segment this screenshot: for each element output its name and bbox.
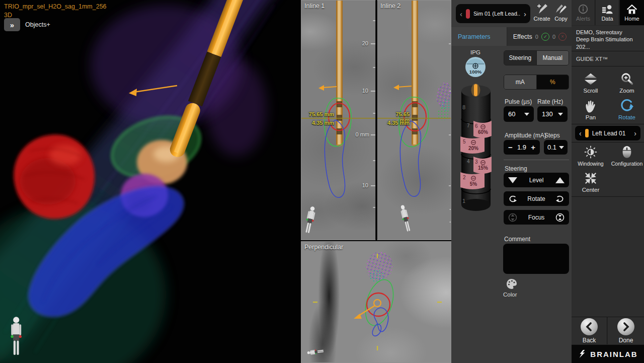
chevron-down-icon	[558, 113, 563, 116]
level-down-button[interactable]	[508, 177, 517, 183]
ruler-label-neg10: 10	[362, 182, 368, 188]
windowing-icon	[584, 145, 598, 159]
tool-scroll[interactable]: Scroll	[573, 72, 609, 94]
fiber-dots-green	[438, 107, 449, 120]
data-button[interactable]: Data	[596, 0, 619, 25]
percent-unit-button[interactable]: %	[537, 75, 569, 89]
focus-spread-icon[interactable]	[508, 213, 517, 222]
tool-windowing[interactable]: Windowing	[573, 145, 609, 167]
3d-scene	[0, 0, 300, 363]
effects-fail-count: 0	[552, 34, 555, 40]
back-chevron-icon	[581, 318, 598, 335]
ring-20[interactable]: 5 20%	[460, 136, 485, 154]
tab-effects[interactable]: Effects 0 ✓ 0 ×	[507, 27, 572, 46]
tool-configuration[interactable]: Configuration	[609, 145, 644, 167]
rotate-icon	[619, 99, 634, 113]
sim-prev-icon[interactable]: ‹	[460, 10, 462, 18]
sim-lead-pill-icon	[466, 9, 470, 19]
chevron-down-icon	[524, 113, 529, 116]
steering-mode-button[interactable]: Steering	[504, 51, 537, 65]
orientation-figure-perpendicular	[307, 348, 324, 355]
steering-focus-control: Focus	[504, 210, 569, 225]
amplitude-increase-button[interactable]: +	[531, 143, 535, 152]
level-up-button[interactable]	[555, 177, 565, 183]
ipg-percent: 100%	[469, 69, 482, 75]
ruler-label-10: 10	[362, 88, 368, 94]
ruler-label-20: 20	[362, 40, 368, 46]
tool-center[interactable]: Center	[573, 171, 609, 193]
svg-text:60%: 60%	[478, 129, 488, 135]
amplitude-label: Amplitude (mA)	[505, 132, 546, 139]
svg-text:6: 6	[475, 123, 478, 129]
objects-label: Objects+	[25, 21, 50, 28]
manual-mode-button[interactable]: Manual	[537, 51, 569, 65]
info-circle-icon	[578, 4, 589, 15]
offset-measurement: 4.35 mm	[384, 120, 410, 126]
rotate-ccw-icon[interactable]	[508, 195, 517, 203]
amplitude-decrease-button[interactable]: −	[508, 143, 513, 152]
focus-narrow-icon[interactable]	[555, 213, 565, 222]
inline2-view[interactable]: Inline 2 75.65 mm 4.35 mm	[377, 0, 451, 240]
copy-button[interactable]: Copy	[551, 3, 571, 26]
zoom-icon	[619, 72, 634, 86]
lead-selector-label: Left Lead 01	[592, 130, 631, 137]
comment-input[interactable]	[503, 244, 569, 274]
vta-contour-green	[360, 276, 398, 329]
effects-pass-count: 0	[535, 34, 538, 40]
inline1-view[interactable]: Inline 1 75.65 mm 4.35 mm 20 10 0 mm 10	[301, 0, 376, 240]
tool-rotate[interactable]: Rotate	[609, 99, 644, 120]
unit-toggle: mA %	[504, 75, 569, 90]
tool-zoom[interactable]: Zoom	[609, 72, 644, 94]
contact-1: 1	[462, 198, 465, 204]
vta-contour-red	[367, 293, 390, 316]
done-button[interactable]: Done	[608, 317, 644, 344]
scroll-icon	[583, 72, 598, 86]
simulation-name: Sim 01 (Left Lead...	[473, 11, 520, 17]
steps-label: Steps	[544, 132, 560, 139]
pulse-dropdown[interactable]: 60	[504, 106, 534, 122]
lead-prev-icon[interactable]: ‹	[579, 129, 582, 137]
alerts-button[interactable]: Alerts	[572, 0, 595, 25]
copy-pens-icon	[555, 3, 567, 15]
rotate-cw-icon[interactable]	[555, 195, 565, 203]
amplitude-value: 1.9	[517, 143, 526, 151]
ring-5[interactable]: 2 5%	[460, 172, 485, 189]
depth-ruler	[371, 21, 375, 207]
ipg-battery-icon[interactable]: 100%	[464, 56, 487, 78]
lead-marker	[474, 84, 477, 96]
pan-hand-icon	[584, 99, 598, 113]
create-button[interactable]: Create	[532, 3, 552, 26]
svg-text:5: 5	[463, 139, 466, 144]
comment-label: Comment	[504, 236, 530, 243]
lead-next-icon[interactable]: ›	[634, 129, 636, 137]
sim-next-icon[interactable]: ›	[524, 10, 526, 18]
ma-unit-button[interactable]: mA	[504, 75, 537, 89]
depth-line	[301, 118, 376, 119]
cross-circle-icon: ×	[558, 33, 567, 41]
navigation-sidebar: Alerts Data Home	[572, 0, 644, 363]
plan-name: Deep Brain Stimulation 202...	[576, 36, 639, 50]
steps-dropdown[interactable]: 0.1	[544, 140, 568, 155]
tab-parameters[interactable]: Parameters	[451, 27, 507, 46]
offset-measurement: 4.35 mm	[307, 120, 334, 126]
patient-data-icon	[601, 4, 613, 15]
view-label-inline1: Inline 1	[304, 3, 325, 10]
rate-dropdown[interactable]: 130	[537, 106, 568, 122]
3d-view[interactable]: TRIO_mpr_sel_H2O_sag_1mm_256 3D » Object…	[0, 0, 300, 363]
steering-section-label: Steering	[505, 165, 527, 172]
home-button[interactable]: Home	[620, 0, 644, 25]
steering-arrow	[393, 85, 412, 90]
structure-contour-blue	[372, 308, 388, 336]
view-label-inline2: Inline 2	[380, 3, 400, 10]
simulation-selector[interactable]: ‹ Sim 01 (Left Lead... ›	[456, 4, 530, 23]
lead-contacts-widget[interactable]: 8 7 6 60% 5 20% 4 3	[458, 81, 495, 214]
perpendicular-view[interactable]: Perpendicular	[301, 241, 451, 363]
color-palette-icon[interactable]	[506, 278, 518, 289]
tool-pan[interactable]: Pan	[573, 99, 609, 120]
lead-inline2	[412, 1, 418, 147]
back-button[interactable]: Back	[572, 317, 607, 344]
double-chevron-icon: »	[10, 21, 14, 29]
svg-text:20%: 20%	[468, 146, 478, 151]
objects-expand-button[interactable]: »	[4, 18, 20, 31]
lead-selector[interactable]: ‹ Left Lead 01 ›	[575, 126, 640, 140]
